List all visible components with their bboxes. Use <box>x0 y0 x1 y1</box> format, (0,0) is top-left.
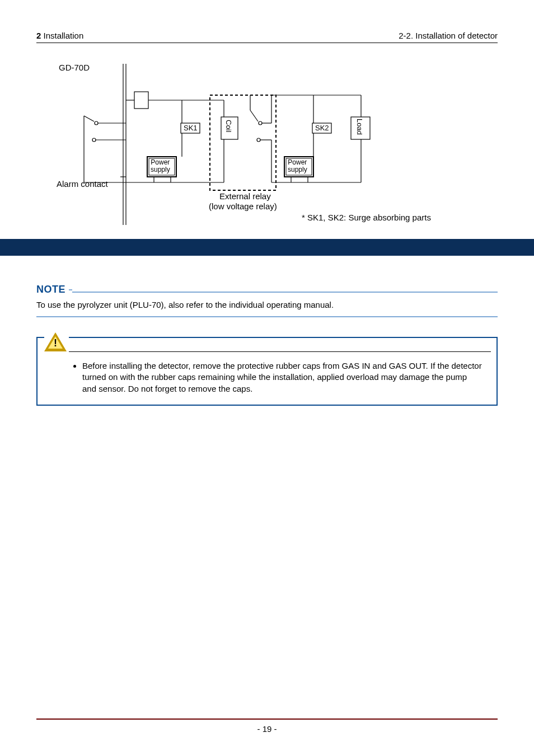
svg-rect-24 <box>210 95 276 190</box>
page-container: 2 Installation 2-2. Installation of dete… <box>0 0 534 756</box>
caution-block: ! Before installing the detector, remove… <box>36 337 498 406</box>
svg-point-28 <box>257 138 260 142</box>
circuit-diagram: GD-70D Alarm contact SK1 SK2 Coil Load P… <box>36 57 498 231</box>
surge-footnote: * SK1, SK2: Surge absorbing parts <box>302 213 431 222</box>
warning-icon: ! <box>44 332 69 355</box>
svg-line-27 <box>250 110 258 121</box>
power-supply-1-label: Power supply <box>151 159 170 173</box>
svg-rect-2 <box>134 92 148 109</box>
external-relay-label-1: External relay <box>219 191 271 201</box>
note-block: NOTE To use the pyrolyzer unit (PLU-70),… <box>36 284 498 317</box>
section-label: 2-2. Installation of detector <box>399 31 498 40</box>
external-relay-label-2: (low voltage relay) <box>209 201 277 211</box>
sk2-label: SK2 <box>315 124 329 132</box>
note-body-text: To use the pyrolyzer unit (PLU-70), also… <box>36 300 498 309</box>
svg-point-26 <box>259 121 262 125</box>
note-heading: NOTE <box>36 284 69 295</box>
sk1-label: SK1 <box>184 124 198 132</box>
page-number: - 19 - <box>36 724 498 734</box>
header-bar: 2 Installation 2-2. Installation of dete… <box>36 31 498 43</box>
alarm-contact-label: Alarm contact <box>57 179 108 189</box>
device-label: GD-70D <box>59 63 90 72</box>
svg-point-8 <box>95 121 98 125</box>
load-label: Load <box>355 119 364 135</box>
section-divider-bar <box>0 239 534 256</box>
caution-bullet: Before installing the detector, remove t… <box>82 360 483 395</box>
svg-line-9 <box>84 116 94 121</box>
power-supply-2-label: Power supply <box>288 159 307 173</box>
svg-point-11 <box>92 138 96 142</box>
footer: - 19 - <box>36 719 498 734</box>
coil-label: Coil <box>224 120 233 132</box>
chapter-label: 2 Installation <box>36 31 83 40</box>
